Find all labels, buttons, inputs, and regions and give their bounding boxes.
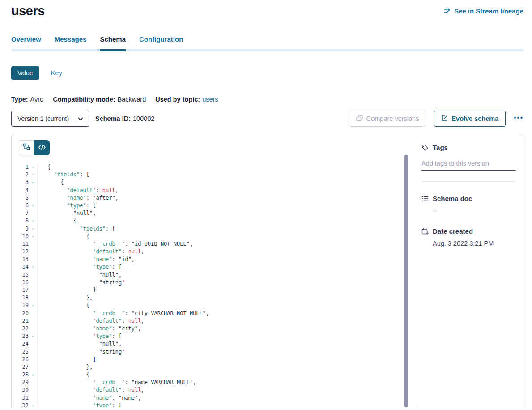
fold-arrow-icon[interactable]: ▾ [29, 217, 38, 225]
line-number: 6 [18, 202, 29, 209]
value-toggle-button[interactable]: Value [11, 66, 39, 80]
line-number: 16 [18, 279, 29, 286]
fold-spacer [29, 356, 38, 363]
code-view-button[interactable] [34, 140, 50, 155]
version-select[interactable]: Version 1 (current) [11, 111, 89, 127]
evolve-schema-button[interactable]: Evolve schema [434, 111, 506, 127]
version-actions: Compare versions Evolve schema ••• [349, 111, 523, 127]
topic-link[interactable]: users [202, 96, 218, 103]
code-line: 12 "default": null, [12, 248, 416, 256]
chevron-down-icon [78, 115, 83, 122]
schema-page: users See in Stream lineage OverviewMess… [0, 0, 532, 410]
fold-spacer [29, 310, 38, 317]
line-number: 11 [18, 240, 29, 248]
code-line: 2▾ "fields": [ [12, 171, 416, 179]
line-number: 10 [18, 233, 29, 240]
compat-label: Compatibility mode: [53, 96, 115, 103]
used-by-topic: Used by topic:users [155, 96, 218, 103]
schema-id-value: 100002 [133, 115, 154, 122]
schema-doc-value: -- [433, 207, 516, 214]
fold-arrow-icon[interactable]: ▾ [29, 371, 38, 379]
line-number: 27 [18, 363, 29, 371]
fold-spacer [29, 194, 38, 202]
code-line: 3▾ { [12, 179, 416, 186]
editor-view-toggle [18, 140, 50, 155]
line-number: 7 [18, 209, 29, 217]
code-line: 11 "__crdb__": "id UUID NOT NULL", [12, 240, 416, 248]
schema-doc-section: Schema doc -- [421, 195, 516, 214]
line-number: 18 [18, 294, 29, 302]
stream-lineage-link[interactable]: See in Stream lineage [444, 7, 523, 15]
code-text: "name": "name", [47, 394, 141, 402]
add-tags-input[interactable] [421, 160, 516, 171]
schema-doc-heading-row: Schema doc [421, 195, 516, 202]
line-number: 17 [18, 286, 29, 294]
line-number: 32 [18, 402, 29, 407]
version-bar: Version 1 (current) Schema ID:100002 [11, 111, 523, 127]
compare-versions-button[interactable]: Compare versions [349, 111, 426, 127]
compat-value: Backward [118, 96, 146, 103]
tree-view-button[interactable] [18, 141, 34, 155]
code-line: 14▾ "type": [ [12, 263, 416, 271]
tab-configuration[interactable]: Configuration [139, 35, 183, 43]
fold-arrow-icon[interactable]: ▾ [29, 171, 38, 179]
code-text: "__crdb__": "id UUID NOT NULL", [47, 240, 193, 248]
fold-spacer [29, 279, 38, 286]
line-number: 24 [18, 340, 29, 348]
fold-arrow-icon[interactable]: ▾ [29, 233, 38, 240]
line-number: 14 [18, 263, 29, 271]
fold-arrow-icon[interactable]: ▾ [29, 163, 38, 171]
code-line: 9▾ "fields": [ [12, 225, 416, 233]
fold-arrow-icon[interactable]: ▾ [29, 202, 38, 209]
fold-spacer [29, 240, 38, 248]
topic-label: Used by topic: [155, 96, 200, 103]
code-line: 20 "__crdb__": "city VARCHAR NOT NULL", [12, 310, 416, 317]
fold-spacer [29, 248, 38, 256]
code-line: 32▾ "type": [ [12, 402, 416, 407]
tab-messages[interactable]: Messages [55, 35, 87, 43]
schema-detail-panel: 1▾{2▾ "fields": [3▾ {4 "default": null,5… [11, 134, 523, 407]
fold-arrow-icon[interactable]: ▾ [29, 263, 38, 271]
fold-arrow-icon[interactable]: ▾ [29, 333, 38, 340]
type-value: Avro [30, 96, 44, 103]
fold-spacer [29, 363, 38, 371]
code-text: ] [47, 356, 96, 363]
code-line: 21 "default": null, [12, 317, 416, 325]
stream-lineage-label: See in Stream lineage [454, 7, 523, 15]
tab-schema[interactable]: Schema [100, 35, 126, 43]
page-title: users [11, 4, 45, 18]
key-toggle-button[interactable]: Key [51, 69, 62, 77]
tab-overview[interactable]: Overview [11, 35, 41, 43]
tag-icon [421, 144, 429, 151]
editor-scrollbar[interactable] [404, 155, 408, 407]
schema-type: Type:Avro [11, 96, 43, 103]
line-number: 1 [18, 163, 29, 171]
fold-arrow-icon[interactable]: ▾ [29, 179, 38, 186]
code-text: "default": null, [47, 317, 145, 325]
line-number: 22 [18, 325, 29, 333]
code-text: "__crdb__": "city VARCHAR NOT NULL", [47, 310, 209, 317]
compare-versions-label: Compare versions [366, 115, 419, 122]
line-number: 8 [18, 217, 29, 225]
fold-spacer [29, 187, 38, 194]
compare-versions-icon [356, 115, 363, 123]
line-number: 4 [18, 187, 29, 194]
code-line: 8▾ { [12, 217, 416, 225]
schema-doc-heading: Schema doc [433, 195, 472, 202]
code-line: 17 ] [12, 286, 416, 294]
fold-arrow-icon[interactable]: ▾ [29, 402, 38, 407]
fold-spacer [29, 379, 38, 386]
tags-section: Tags [421, 144, 516, 182]
code-text: { [47, 302, 89, 309]
line-number: 26 [18, 356, 29, 363]
code-line: 1▾{ [12, 163, 416, 171]
code-text: "default": null, [47, 248, 145, 256]
schema-editor: 1▾{2▾ "fields": [3▾ {4 "default": null,5… [12, 134, 416, 407]
code-text: "null", [47, 271, 122, 279]
fold-spacer [29, 256, 38, 263]
fold-arrow-icon[interactable]: ▾ [29, 302, 38, 309]
code-text: }, [47, 363, 93, 371]
more-options-button[interactable]: ••• [514, 114, 523, 124]
code-line: 26 ] [12, 356, 416, 363]
fold-arrow-icon[interactable]: ▾ [29, 225, 38, 233]
